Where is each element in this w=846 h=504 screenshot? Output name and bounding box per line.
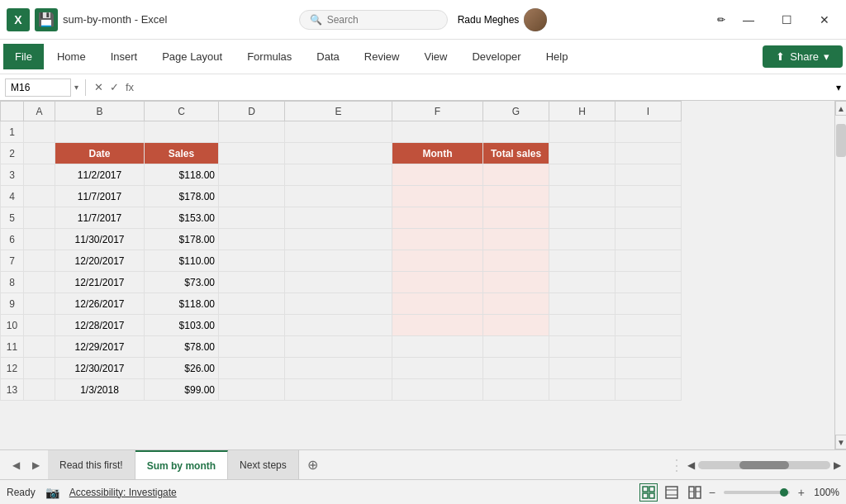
zoom-level-label[interactable]: 100% [810, 487, 839, 498]
cell-h13[interactable] [549, 379, 615, 401]
cell-g6[interactable] [483, 229, 549, 250]
cell-a3[interactable] [24, 164, 55, 186]
col-header-h[interactable]: H [549, 102, 615, 121]
cell-h1[interactable] [549, 121, 615, 143]
cell-d13[interactable] [219, 379, 285, 401]
cell-g7[interactable] [483, 250, 549, 272]
scrollbar-thumb[interactable] [836, 124, 846, 157]
cell-i2[interactable] [615, 143, 682, 164]
cell-b6[interactable]: 11/30/2017 [55, 229, 145, 250]
ribbon-tab-formulas[interactable]: Formulas [235, 44, 303, 69]
cell-b7[interactable]: 12/20/2017 [55, 250, 145, 272]
cell-c12[interactable]: $26.00 [145, 358, 219, 379]
cell-f10[interactable] [392, 315, 483, 336]
cell-g8[interactable] [483, 272, 549, 293]
cell-a11[interactable] [24, 336, 55, 358]
cell-i4[interactable] [615, 186, 682, 207]
cell-g11[interactable] [483, 336, 549, 358]
cell-e5[interactable] [285, 207, 392, 229]
cell-i13[interactable] [615, 379, 682, 401]
cell-e2[interactable] [285, 143, 392, 164]
scrollbar-left-icon[interactable]: ◀ [687, 459, 695, 471]
col-header-f[interactable]: F [392, 102, 483, 121]
tab-read-this-first[interactable]: Read this first! [48, 450, 135, 479]
cell-a7[interactable] [24, 250, 55, 272]
ribbon-tab-developer[interactable]: Developer [460, 44, 532, 69]
col-header-g[interactable]: G [483, 102, 549, 121]
zoom-slider[interactable] [724, 491, 790, 494]
tab-next-steps[interactable]: Next steps [228, 450, 299, 479]
cell-c6[interactable]: $178.00 [145, 229, 219, 250]
col-header-e[interactable]: E [285, 102, 392, 121]
cell-f13[interactable] [392, 379, 483, 401]
cell-c2-header[interactable]: Sales [145, 143, 219, 164]
cell-h5[interactable] [549, 207, 615, 229]
cell-f5[interactable] [392, 207, 483, 229]
cell-h7[interactable] [549, 250, 615, 272]
col-header-d[interactable]: D [219, 102, 285, 121]
share-button[interactable]: ⬆ Share ▾ [763, 45, 843, 68]
cell-a6[interactable] [24, 229, 55, 250]
cell-b11[interactable]: 12/29/2017 [55, 336, 145, 358]
cell-e13[interactable] [285, 379, 392, 401]
ribbon-tab-insert[interactable]: Insert [99, 44, 150, 69]
horizontal-scrollbar[interactable] [698, 461, 830, 469]
cell-c1[interactable] [145, 121, 219, 143]
ribbon-tab-help[interactable]: Help [535, 44, 580, 69]
ribbon-tab-page-layout[interactable]: Page Layout [150, 44, 234, 69]
cell-a13[interactable] [24, 379, 55, 401]
ribbon-tab-file[interactable]: File [3, 44, 44, 69]
cell-h8[interactable] [549, 272, 615, 293]
cell-c10[interactable]: $103.00 [145, 315, 219, 336]
cell-i5[interactable] [615, 207, 682, 229]
cell-g4[interactable] [483, 186, 549, 207]
cell-i12[interactable] [615, 358, 682, 379]
cell-f2-header[interactable]: Month [392, 143, 483, 164]
cell-e9[interactable] [285, 293, 392, 315]
cell-g9[interactable] [483, 293, 549, 315]
cell-i10[interactable] [615, 315, 682, 336]
vertical-scrollbar[interactable]: ▲ ▼ [834, 101, 846, 449]
col-header-b[interactable]: B [55, 102, 145, 121]
view-pagebreak-button[interactable] [686, 483, 704, 502]
tab-sum-by-month[interactable]: Sum by month [135, 450, 228, 479]
scrollbar-track[interactable] [835, 116, 846, 435]
col-header-i[interactable]: I [615, 102, 682, 121]
cell-g10[interactable] [483, 315, 549, 336]
formula-bar-expand-icon[interactable]: ▾ [836, 82, 841, 93]
cell-f11[interactable] [392, 336, 483, 358]
cell-e11[interactable] [285, 336, 392, 358]
col-header-c[interactable]: C [145, 102, 219, 121]
confirm-icon[interactable]: ✓ [108, 81, 121, 93]
search-box[interactable]: 🔍 [299, 10, 448, 30]
cell-c7[interactable]: $110.00 [145, 250, 219, 272]
cell-d10[interactable] [219, 315, 285, 336]
cell-h6[interactable] [549, 229, 615, 250]
cell-h12[interactable] [549, 358, 615, 379]
name-box[interactable]: M16 [5, 78, 71, 97]
cell-h10[interactable] [549, 315, 615, 336]
fx-icon[interactable]: fx [124, 81, 135, 93]
cell-e12[interactable] [285, 358, 392, 379]
cell-b9[interactable]: 12/26/2017 [55, 293, 145, 315]
cell-c8[interactable]: $73.00 [145, 272, 219, 293]
view-normal-button[interactable] [639, 483, 658, 502]
cell-e3[interactable] [285, 164, 392, 186]
zoom-slider-thumb[interactable] [780, 488, 788, 497]
cell-f9[interactable] [392, 293, 483, 315]
cell-a2[interactable] [24, 143, 55, 164]
maximize-button[interactable]: ☐ [772, 7, 801, 33]
minimize-button[interactable]: — [734, 7, 763, 33]
cell-a12[interactable] [24, 358, 55, 379]
cell-d7[interactable] [219, 250, 285, 272]
cell-i8[interactable] [615, 272, 682, 293]
ribbon-tab-review[interactable]: Review [353, 44, 411, 69]
cell-d2[interactable] [219, 143, 285, 164]
accessibility-label[interactable]: Accessibility: Investigate [69, 487, 177, 498]
cell-e1[interactable] [285, 121, 392, 143]
formula-input[interactable] [139, 82, 833, 93]
cell-i6[interactable] [615, 229, 682, 250]
cell-d9[interactable] [219, 293, 285, 315]
cell-b10[interactable]: 12/28/2017 [55, 315, 145, 336]
cell-g1[interactable] [483, 121, 549, 143]
